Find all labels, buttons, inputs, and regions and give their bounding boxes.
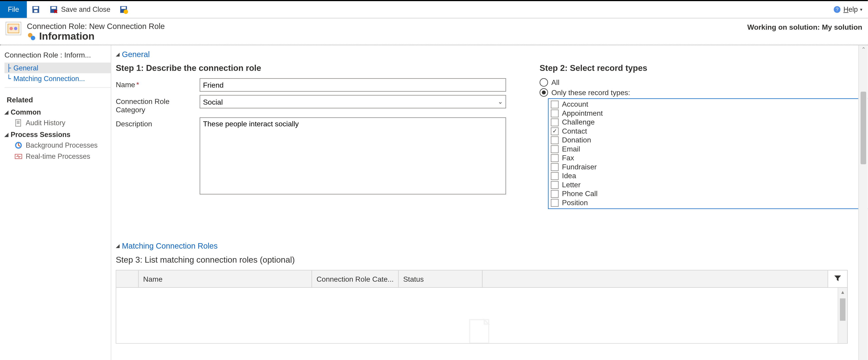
tree-connector-icon: └ [7, 74, 12, 83]
grid-col-spacer [483, 270, 828, 287]
sidebar-item-background-processes[interactable]: Background Processes [4, 140, 111, 151]
tree-item-matching[interactable]: └ Matching Connection... [4, 73, 111, 84]
record-type-option[interactable]: Phone Call [551, 190, 868, 198]
grid-col-name[interactable]: Name [139, 270, 312, 287]
record-type-label: Email [562, 145, 580, 153]
sidebar-item-realtime-processes[interactable]: Real-time Processes [4, 151, 111, 162]
checkbox-icon [551, 109, 559, 117]
record-type-option[interactable]: Challenge [551, 118, 868, 127]
svg-rect-2 [34, 10, 38, 12]
section-matching[interactable]: ◢ Matching Connection Roles [116, 240, 848, 254]
checkbox-icon [551, 154, 559, 162]
help-label: Help [843, 6, 858, 13]
info-icon [27, 32, 36, 41]
collapse-common[interactable]: ◢ Common [4, 106, 111, 117]
record-type-option[interactable]: Letter [551, 181, 868, 189]
file-tab-label: File [8, 6, 19, 13]
svg-point-12 [14, 27, 18, 30]
page-header: Connection Role: New Connection Role Inf… [0, 18, 868, 44]
record-type-label: Account [562, 100, 588, 108]
scrollbar[interactable]: ▴ [838, 288, 847, 344]
svg-rect-15 [16, 120, 21, 126]
save-close-button[interactable]: Save and Close [45, 1, 115, 18]
record-type-option[interactable]: Account [551, 100, 868, 109]
breadcrumb: Connection Role: New Connection Role [27, 22, 165, 31]
sidebar-item-audit-history[interactable]: Audit History [4, 117, 111, 128]
step2-heading: Step 2: Select record types [540, 62, 868, 78]
record-types-listbox[interactable]: AccountAppointmentChallengeContactDonati… [548, 98, 868, 209]
help-button[interactable]: ? Help ▾ [828, 1, 868, 18]
checkbox-icon [551, 163, 559, 171]
record-type-option[interactable]: Fundraiser [551, 163, 868, 171]
scroll-up-icon[interactable]: ▴ [841, 289, 844, 295]
sidebar-title: Connection Role : Inform... [4, 49, 111, 63]
file-tab[interactable]: File [0, 1, 27, 18]
svg-point-7 [124, 9, 128, 14]
step1-heading: Step 1: Describe the connection role [116, 62, 506, 78]
save-icon [31, 5, 40, 14]
save-new-button[interactable] [115, 1, 133, 18]
record-type-label: Letter [562, 181, 581, 189]
scrollbar-thumb[interactable] [840, 298, 845, 321]
record-type-label: Donation [562, 136, 591, 144]
collapse-icon: ◢ [116, 52, 120, 57]
collapse-process-sessions[interactable]: ◢ Process Sessions [4, 129, 111, 140]
record-type-option[interactable]: Email [551, 145, 868, 154]
solution-label: Working on solution: My solution [747, 22, 862, 31]
tree-item-label: General [13, 64, 38, 72]
save-close-label: Save and Close [61, 6, 110, 13]
document-icon [14, 119, 23, 127]
grid-col-selector[interactable] [116, 270, 139, 287]
grid-col-status[interactable]: Status [399, 270, 483, 287]
empty-grid-icon [465, 318, 498, 344]
collapse-icon: ◢ [4, 109, 8, 115]
record-type-option[interactable]: Idea [551, 172, 868, 181]
process-icon [14, 141, 23, 149]
tree-item-label: Matching Connection... [13, 74, 85, 83]
svg-rect-6 [122, 7, 126, 9]
section-general[interactable]: ◢ General [116, 49, 862, 62]
description-input[interactable] [199, 117, 506, 195]
matching-grid: Name Connection Role Cate... Status [116, 270, 848, 344]
radio-label: All [551, 78, 559, 87]
description-label: Description [116, 117, 199, 128]
record-type-label: Fax [562, 154, 574, 162]
collapse-icon: ◢ [116, 243, 120, 249]
grid-header: Name Connection Role Cate... Status [116, 270, 847, 288]
checkbox-icon [551, 136, 559, 144]
section-label: General [122, 50, 150, 59]
grid-filter-button[interactable] [828, 270, 847, 287]
record-type-option[interactable]: Contact [551, 127, 868, 136]
name-input[interactable] [199, 78, 506, 92]
checkbox-icon [551, 199, 559, 206]
record-type-option[interactable]: Appointment [551, 109, 868, 118]
entity-icon [6, 22, 21, 35]
record-type-label: Appointment [562, 109, 603, 117]
record-type-option[interactable]: Position [551, 198, 868, 207]
radio-all[interactable]: All [540, 78, 868, 87]
sidebar-section-related: Related [4, 87, 111, 106]
record-type-option[interactable]: Donation [551, 136, 868, 145]
category-value[interactable] [199, 95, 506, 108]
svg-rect-4 [52, 7, 56, 9]
step3-heading: Step 3: List matching connection roles (… [116, 254, 848, 270]
tree-item-general[interactable]: ├ General [4, 63, 111, 73]
scrollbar-thumb[interactable] [861, 92, 866, 164]
radio-only[interactable]: Only these record types: [540, 88, 868, 97]
svg-point-14 [31, 36, 35, 40]
checkbox-icon [551, 118, 559, 126]
radio-icon [540, 88, 548, 97]
scroll-up-icon[interactable]: ⌃ [861, 46, 866, 53]
category-select[interactable]: ⌄ [199, 95, 506, 108]
main-content: ◢ General Step 1: Describe the connectio… [111, 45, 868, 360]
main-scrollbar[interactable]: ⌃ [858, 45, 868, 360]
help-dropdown-icon: ▾ [860, 7, 862, 12]
record-type-label: Phone Call [562, 190, 597, 198]
radio-icon [540, 78, 548, 87]
grid-body: ▴ [116, 288, 847, 344]
grid-col-category[interactable]: Connection Role Cate... [312, 270, 399, 287]
save-button[interactable] [27, 1, 45, 18]
checkbox-icon [551, 181, 559, 189]
record-type-option[interactable]: Fax [551, 154, 868, 163]
radio-label: Only these record types: [551, 88, 630, 97]
